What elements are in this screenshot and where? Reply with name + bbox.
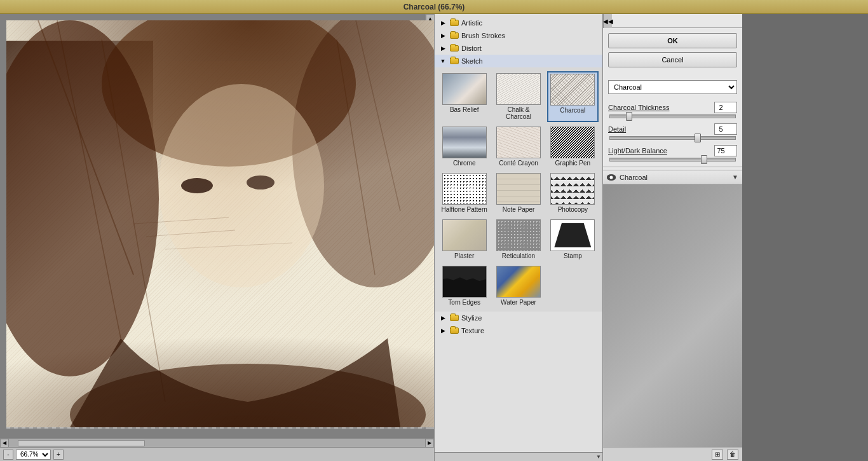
category-sketch[interactable]: Sketch	[435, 55, 602, 67]
preview-filter-name: Charcoal	[620, 174, 648, 181]
filter-torn-edges[interactable]: Torn Edges	[438, 264, 490, 308]
expand-arrow-stylize	[438, 313, 447, 322]
scroll-right-arrow[interactable]: ▶	[425, 439, 434, 448]
filter-photocopy[interactable]: Photocopy	[547, 171, 599, 215]
canvas-bottom-bar: - 66.7% 50% 100% +	[0, 447, 434, 461]
horizontal-scrollbar[interactable]: ◀ ▶	[0, 438, 434, 447]
filter-tree: Artistic Brush Strokes Distort	[435, 14, 602, 340]
filter-note-paper[interactable]: Note Paper	[492, 171, 544, 215]
filter-plaster[interactable]: Plaster	[438, 217, 490, 261]
ok-button[interactable]: OK	[608, 33, 737, 48]
filter-panel-footer: ▼	[435, 452, 602, 461]
thumb-water-paper-img	[496, 266, 541, 298]
setting-header-balance: Light/Dark Balance	[608, 145, 737, 156]
label-halftone: Halftone Pattern	[442, 206, 487, 213]
filter-select-row: Charcoal	[608, 80, 737, 94]
canvas-area: ▲	[0, 14, 434, 461]
thumb-detail[interactable]	[695, 134, 701, 142]
category-brush-label: Brush Strokes	[461, 32, 505, 39]
thumb-note-paper-img	[496, 173, 541, 205]
zoom-out-button[interactable]: -	[3, 450, 13, 460]
folder-icon-texture	[450, 327, 459, 334]
label-detail[interactable]: Detail	[608, 125, 626, 133]
expand-arrow-artistic	[438, 18, 447, 27]
category-artistic-label: Artistic	[461, 19, 482, 27]
thumb-reticulation-img	[496, 219, 541, 251]
folder-icon-distort	[450, 45, 459, 52]
label-light-dark-balance[interactable]: Light/Dark Balance	[608, 147, 667, 155]
category-distort[interactable]: Distort	[435, 42, 602, 55]
label-note-paper: Note Paper	[503, 206, 535, 213]
zoom-select[interactable]: 66.7% 50% 100%	[16, 450, 51, 460]
delete-button[interactable]: 🗑	[727, 450, 738, 460]
thumb-light-dark-balance[interactable]	[701, 155, 707, 164]
slider-charcoal-thickness[interactable]	[609, 114, 736, 118]
label-plaster: Plaster	[454, 252, 474, 259]
filter-dropdown[interactable]: Charcoal	[608, 80, 737, 94]
filter-graphic-pen[interactable]: Graphic Pen	[547, 125, 599, 169]
category-texture[interactable]: Texture	[435, 324, 602, 337]
value-light-dark-balance[interactable]	[714, 145, 737, 156]
visibility-eye-icon[interactable]	[607, 174, 616, 181]
setting-header-detail: Detail	[608, 123, 737, 135]
thumb-torn-edges-img	[442, 266, 487, 298]
label-reticulation: Reticulation	[502, 252, 535, 259]
panel-scroll-down[interactable]: ▼	[596, 454, 601, 460]
cancel-button[interactable]: Cancel	[608, 52, 737, 67]
new-layer-button[interactable]: ⊞	[712, 450, 723, 460]
filter-chalk-charcoal[interactable]: Chalk & Charcoal	[492, 71, 544, 122]
label-chrome: Chrome	[453, 160, 476, 167]
thumb-photocopy-img	[550, 173, 595, 205]
folder-icon-stylize	[450, 315, 459, 321]
value-detail[interactable]	[714, 123, 737, 135]
filter-halftone-pattern[interactable]: Halftone Pattern	[438, 171, 490, 215]
filter-reticulation[interactable]: Reticulation	[492, 217, 544, 261]
expand-arrow-brush	[438, 31, 447, 40]
scroll-left-arrow[interactable]: ◀	[0, 439, 9, 448]
label-chalk-charcoal: Chalk & Charcoal	[494, 106, 542, 120]
panel-separator	[603, 167, 742, 167]
preview-content	[603, 184, 742, 447]
canvas-content	[6, 20, 424, 429]
label-charcoal-thickness[interactable]: Charcoal Thickness	[608, 104, 669, 111]
thumb-charcoal-img	[550, 74, 595, 106]
category-texture-label: Texture	[461, 327, 484, 334]
label-stamp: Stamp	[564, 252, 582, 259]
thumb-chalk-charcoal-img	[496, 73, 541, 105]
folder-icon-brush	[450, 32, 459, 39]
title-bar: Charcoal (66.7%)	[0, 0, 868, 14]
canvas-image	[6, 20, 434, 427]
category-brush-strokes[interactable]: Brush Strokes	[435, 29, 602, 42]
thumb-conte-img	[496, 127, 541, 158]
preview-section: Charcoal ▼	[603, 170, 742, 447]
horizontal-scroll-thumb[interactable]	[18, 440, 145, 446]
zoom-in-button[interactable]: +	[53, 450, 64, 460]
label-charcoal: Charcoal	[560, 107, 585, 114]
folder-icon-sketch	[450, 58, 459, 64]
preview-scroll-arrow[interactable]: ▼	[732, 174, 738, 181]
filter-stamp[interactable]: Stamp	[547, 217, 599, 261]
expand-arrow-texture	[438, 326, 447, 335]
filter-panel: Artistic Brush Strokes Distort	[434, 14, 602, 461]
filter-panel-scroll[interactable]: Artistic Brush Strokes Distort	[435, 14, 602, 452]
filter-bas-relief[interactable]: Bas Relief	[438, 71, 490, 122]
slider-detail[interactable]	[609, 136, 736, 140]
portrait-svg	[6, 20, 434, 427]
slider-light-dark-balance[interactable]	[609, 158, 736, 162]
filter-water-paper[interactable]: Water Paper	[492, 264, 544, 308]
right-panel: ◀◀ OK Cancel Charcoal Charcoal Thickness	[602, 14, 742, 461]
expand-arrow-distort	[438, 44, 447, 53]
filter-charcoal[interactable]: Charcoal	[547, 71, 599, 122]
panel-collapse-button[interactable]: ◀◀	[603, 14, 612, 28]
filter-chrome[interactable]: Chrome	[438, 125, 490, 169]
window-title: Charcoal (66.7%)	[403, 3, 465, 11]
thumb-plaster-img	[442, 219, 487, 251]
thumb-stamp-img	[550, 219, 595, 251]
category-sketch-label: Sketch	[461, 57, 483, 65]
category-artistic[interactable]: Artistic	[435, 17, 602, 29]
category-stylize[interactable]: Stylize	[435, 312, 602, 324]
value-charcoal-thickness[interactable]	[714, 102, 737, 113]
filter-conte-crayon[interactable]: Conté Crayon	[492, 125, 544, 169]
thumb-charcoal-thickness[interactable]	[626, 112, 632, 121]
setting-charcoal-thickness: Charcoal Thickness	[608, 102, 737, 118]
